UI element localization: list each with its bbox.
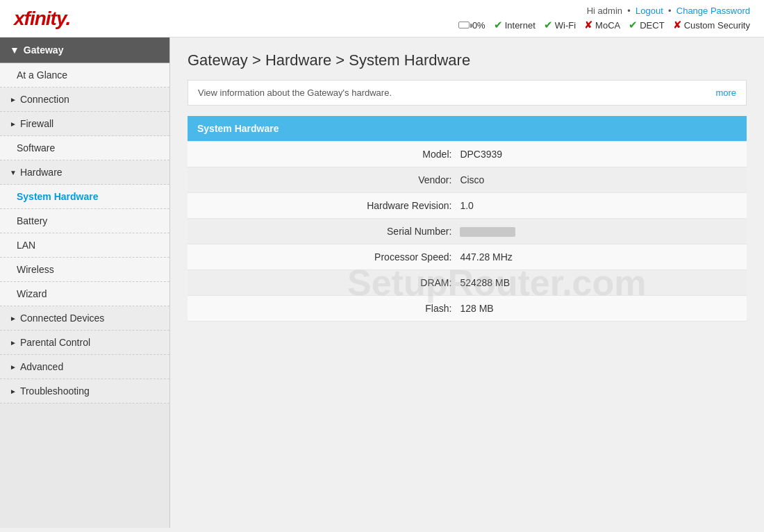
sidebar-item-system-hardware[interactable]: System Hardware: [0, 185, 169, 209]
sidebar: ▼ Gateway At a Glance ► Connection ► Fir…: [0, 38, 170, 528]
parental-control-arrow-icon: ►: [10, 339, 17, 347]
sidebar-item-wizard[interactable]: Wizard: [0, 282, 169, 306]
row-value: DPC3939: [456, 142, 747, 167]
header-right: Hi admin • Logout • Change Password 0% ✔…: [458, 6, 750, 31]
firewall-label: Firewall: [20, 118, 53, 129]
firewall-arrow-icon: ►: [10, 120, 17, 128]
row-label: Serial Number:: [188, 219, 456, 244]
battery-label: 0%: [472, 20, 485, 31]
moca-err-icon: ✘: [584, 19, 593, 31]
logout-link[interactable]: Logout: [636, 6, 663, 16]
sidebar-item-connection[interactable]: ► Connection: [0, 88, 169, 112]
troubleshooting-label: Troubleshooting: [20, 385, 90, 397]
row-value: Cisco: [456, 167, 747, 193]
table-row: Flash:128 MB: [188, 296, 747, 322]
sidebar-item-lan[interactable]: LAN: [0, 233, 169, 258]
table-row: Processor Speed:447.28 MHz: [188, 244, 747, 270]
advanced-label: Advanced: [20, 361, 63, 372]
table-row: Vendor:Cisco: [188, 167, 747, 193]
sidebar-gateway-label: Gateway: [24, 44, 64, 56]
status-bar: 0% ✔ Internet ✔ Wi-Fi ✘ MoCA ✔ DECT ✘ Cu…: [458, 19, 750, 31]
connection-label: Connection: [20, 94, 69, 105]
sidebar-item-hardware[interactable]: ▼ Hardware: [0, 160, 169, 185]
dect-label: DECT: [640, 20, 664, 31]
user-greeting: Hi admin: [587, 6, 622, 16]
table-row: DRAM:524288 MB: [188, 270, 747, 296]
status-battery: 0%: [458, 20, 485, 31]
row-label: Model:: [188, 142, 456, 167]
sidebar-item-advanced[interactable]: ► Advanced: [0, 355, 169, 379]
status-custom-security: ✘ Custom Security: [673, 19, 750, 31]
hardware-arrow-icon: ▼: [10, 169, 17, 176]
header: xfinity. Hi admin • Logout • Change Pass…: [0, 0, 764, 38]
connection-arrow-icon: ►: [10, 96, 17, 103]
table-row: Model:DPC3939: [188, 142, 747, 167]
wizard-label: Wizard: [17, 288, 47, 299]
connected-devices-label: Connected Devices: [20, 313, 104, 324]
sidebar-item-troubleshooting[interactable]: ► Troubleshooting: [0, 379, 169, 404]
table-row: Hardware Revision:1.0: [188, 193, 747, 219]
wifi-label: Wi-Fi: [555, 20, 576, 31]
row-value: [456, 219, 747, 244]
row-value: 128 MB: [456, 296, 747, 322]
layout: ▼ Gateway At a Glance ► Connection ► Fir…: [0, 38, 764, 528]
software-label: Software: [17, 142, 55, 153]
row-label: Hardware Revision:: [188, 193, 456, 219]
sidebar-item-wireless[interactable]: Wireless: [0, 258, 169, 282]
moca-label: MoCA: [595, 20, 620, 31]
description-text: View information about the Gateway's har…: [198, 88, 392, 98]
status-moca: ✘ MoCA: [584, 19, 620, 31]
status-internet: ✔ Internet: [494, 19, 535, 31]
connected-devices-arrow-icon: ►: [10, 315, 17, 322]
hardware-table: System Hardware Model:DPC3939Vendor:Cisc…: [188, 116, 747, 322]
advanced-arrow-icon: ►: [10, 363, 17, 371]
parental-control-label: Parental Control: [20, 337, 90, 348]
row-label: Processor Speed:: [188, 244, 456, 270]
sidebar-item-battery[interactable]: Battery: [0, 209, 169, 233]
row-value: 447.28 MHz: [456, 244, 747, 270]
xfinity-logo: xfinity.: [14, 8, 70, 30]
custom-security-err-icon: ✘: [673, 19, 682, 31]
battery-label: Battery: [17, 215, 47, 226]
main-content: SetupRouter.com Gateway > Hardware > Sys…: [170, 38, 764, 528]
sidebar-item-connected-devices[interactable]: ► Connected Devices: [0, 306, 169, 331]
battery-icon: [458, 22, 470, 28]
internet-ok-icon: ✔: [494, 19, 503, 31]
dect-ok-icon: ✔: [629, 19, 638, 31]
lan-label: LAN: [17, 240, 35, 251]
description-bar: View information about the Gateway's har…: [188, 80, 747, 106]
system-hardware-label: System Hardware: [17, 191, 99, 202]
serial-redacted: [460, 227, 515, 237]
row-label: Flash:: [188, 296, 456, 322]
sidebar-gateway-header[interactable]: ▼ Gateway: [0, 38, 169, 63]
custom-security-label: Custom Security: [684, 20, 750, 31]
hardware-label: Hardware: [20, 167, 63, 178]
wifi-ok-icon: ✔: [544, 19, 553, 31]
wireless-label: Wireless: [17, 264, 54, 275]
troubleshooting-arrow-icon: ►: [10, 388, 17, 395]
page-title: Gateway > Hardware > System Hardware: [188, 51, 747, 69]
user-info: Hi admin • Logout • Change Password: [587, 6, 750, 16]
status-dect: ✔ DECT: [629, 19, 664, 31]
more-link[interactable]: more: [715, 88, 736, 98]
at-a-glance-label: At a Glance: [17, 69, 67, 81]
row-value: 1.0: [456, 193, 747, 219]
table-row: Serial Number:: [188, 219, 747, 244]
internet-label: Internet: [505, 20, 535, 31]
row-value: 524288 MB: [456, 270, 747, 296]
row-label: Vendor:: [188, 167, 456, 193]
row-label: DRAM:: [188, 270, 456, 296]
sidebar-item-parental-control[interactable]: ► Parental Control: [0, 331, 169, 355]
sidebar-item-firewall[interactable]: ► Firewall: [0, 112, 169, 136]
status-wifi: ✔ Wi-Fi: [544, 19, 576, 31]
change-password-link[interactable]: Change Password: [676, 6, 750, 16]
sidebar-item-at-a-glance[interactable]: At a Glance: [0, 63, 169, 88]
gateway-arrow-icon: ▼: [10, 44, 19, 56]
sidebar-item-software[interactable]: Software: [0, 136, 169, 160]
table-header: System Hardware: [188, 116, 747, 142]
